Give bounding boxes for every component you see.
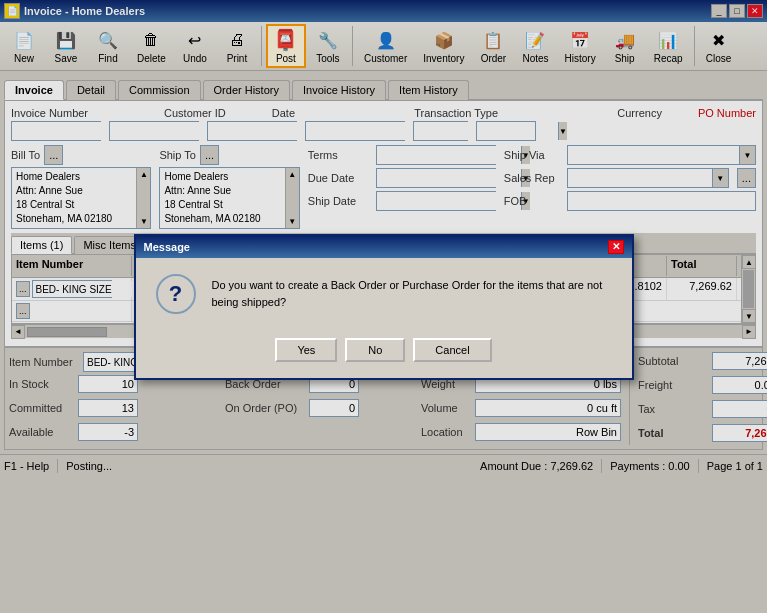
dialog-question-icon: ? — [156, 274, 196, 314]
dialog-no-button[interactable]: No — [345, 338, 405, 362]
dialog-cancel-button[interactable]: Cancel — [413, 338, 491, 362]
dialog-yes-button[interactable]: Yes — [275, 338, 337, 362]
dialog-close-button[interactable]: ✕ — [608, 240, 624, 254]
dialog-overlay: Message ✕ ? Do you want to create a Back… — [0, 0, 767, 613]
dialog-title-bar: Message ✕ — [136, 236, 632, 258]
dialog-content: ? Do you want to create a Back Order or … — [136, 258, 632, 330]
dialog-title-text: Message — [144, 241, 190, 253]
dialog-buttons: Yes No Cancel — [136, 330, 632, 378]
dialog-message-text: Do you want to create a Back Order or Pu… — [212, 277, 612, 310]
message-dialog: Message ✕ ? Do you want to create a Back… — [134, 234, 634, 380]
